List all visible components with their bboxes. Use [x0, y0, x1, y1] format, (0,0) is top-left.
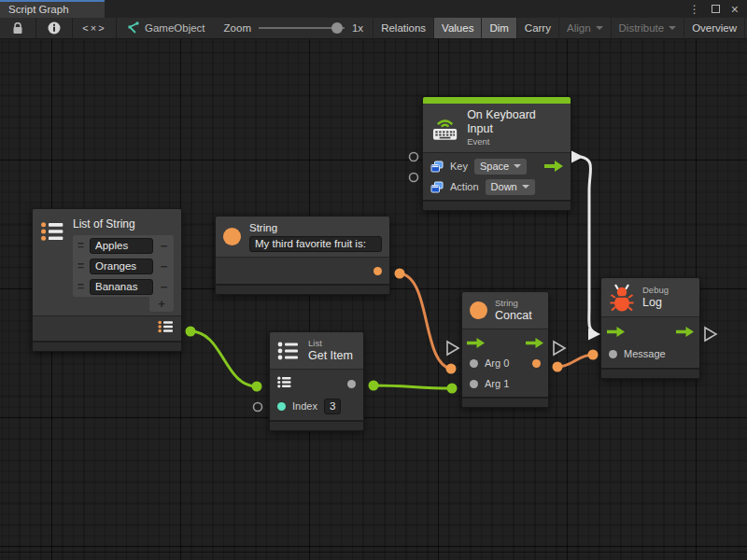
script-graph-icon: [126, 21, 139, 35]
string-value-field[interactable]: My third favorite fruit is:: [249, 236, 382, 252]
result-output-port[interactable]: [532, 359, 541, 368]
node-title: List of String: [73, 217, 174, 231]
info-icon: [48, 21, 61, 35]
window-menu-icon[interactable]: ⋮: [689, 4, 700, 15]
port-label-arg1: Arg 1: [485, 378, 509, 389]
unconnected-value-port-icon[interactable]: [410, 174, 418, 182]
node-footer: [462, 397, 548, 407]
node-footer: [270, 420, 363, 430]
list-item-row: = Bananas −: [73, 276, 174, 297]
unconnected-value-port-icon[interactable]: [254, 403, 262, 412]
wire-string-to-concat[interactable]: [395, 269, 457, 374]
drag-handle-icon[interactable]: =: [75, 239, 87, 252]
list-item-row: = Apples −: [73, 235, 174, 256]
add-item-button[interactable]: +: [149, 297, 174, 312]
node-list-of-string[interactable]: List of String = Apples − = Oranges −: [32, 208, 182, 352]
align-dropdown[interactable]: Align: [558, 18, 611, 38]
remove-item-button[interactable]: −: [156, 280, 172, 294]
node-title: Get Item: [308, 349, 353, 363]
node-category: List: [308, 338, 353, 349]
message-input-port[interactable]: [609, 350, 617, 358]
overview-button[interactable]: Overview: [684, 18, 744, 38]
node-title: On Keyboard Input: [467, 108, 562, 136]
list-item-field[interactable]: Apples: [90, 238, 153, 254]
graph-target[interactable]: GameObject: [117, 18, 215, 38]
arg1-input-port[interactable]: [470, 380, 478, 388]
distribute-dropdown[interactable]: Distribute: [611, 18, 684, 38]
info-button[interactable]: [36, 18, 72, 38]
list-item-field[interactable]: Oranges: [90, 259, 153, 274]
list-item-field[interactable]: Bananas: [90, 279, 153, 295]
drag-handle-icon[interactable]: =: [75, 280, 87, 293]
titlebar: Script Graph ⋮ ×: [0, 0, 747, 18]
item-output-port[interactable]: [347, 380, 356, 388]
arg0-input-port[interactable]: [470, 359, 478, 368]
index-value-field[interactable]: 3: [324, 399, 341, 414]
event-accent-bar: [423, 97, 571, 104]
flow-output-port[interactable]: [676, 327, 694, 337]
lock-icon: [12, 22, 23, 35]
wire-list-to-getitem[interactable]: [186, 327, 262, 392]
index-input-port[interactable]: [277, 402, 286, 411]
zoom-value: 1x: [352, 22, 363, 34]
lock-button[interactable]: [0, 18, 35, 38]
port-label-index: Index: [292, 400, 317, 412]
wire-concat-to-log[interactable]: [553, 350, 599, 372]
code-view-button[interactable]: <×>: [73, 18, 116, 38]
unity-visual-scripting-window: Script Graph ⋮ ×: [0, 0, 747, 560]
code-icon: <×>: [82, 22, 106, 34]
node-footer: [216, 284, 389, 294]
node-on-keyboard-input[interactable]: On Keyboard Input Event Key Space: [422, 96, 571, 211]
node-debug-log[interactable]: Debug Log Message: [600, 277, 700, 379]
node-string-literal[interactable]: String My third favorite fruit is:: [215, 216, 390, 295]
maximize-icon[interactable]: [712, 5, 720, 13]
relations-toggle[interactable]: Relations: [373, 18, 433, 38]
unconnected-value-port-icon[interactable]: [410, 153, 418, 161]
node-category: String: [495, 298, 532, 309]
node-footer: [601, 368, 699, 378]
string-type-icon: [470, 301, 487, 319]
wire-control-keyboard-to-log[interactable]: [571, 151, 600, 341]
tab-script-graph[interactable]: Script Graph: [0, 0, 105, 18]
graph-canvas[interactable]: On Keyboard Input Event Key Space: [0, 39, 747, 560]
zoom-slider[interactable]: [259, 22, 345, 34]
node-concat[interactable]: String Concat Arg 0: [461, 291, 549, 408]
wire-getitem-to-concat[interactable]: [369, 381, 458, 394]
list-icon: [40, 219, 65, 245]
node-footer: [33, 341, 181, 351]
bug-icon: [610, 283, 634, 312]
string-output-port[interactable]: [374, 267, 382, 275]
list-item-row: = Oranges −: [73, 256, 174, 276]
node-category: Debug: [642, 285, 669, 296]
drag-handle-icon[interactable]: =: [75, 259, 87, 273]
keyboard-icon: [431, 116, 458, 141]
zoom-slider-handle[interactable]: [331, 22, 343, 34]
unconnected-flow-port-icon[interactable]: [705, 328, 716, 341]
values-toggle[interactable]: Values: [433, 18, 481, 38]
port-label-action: Action: [450, 181, 479, 192]
close-icon[interactable]: ×: [731, 4, 739, 15]
chevron-down-icon: [596, 26, 603, 34]
chevron-down-icon: [669, 26, 676, 34]
list-input-port[interactable]: [277, 375, 292, 392]
key-dropdown[interactable]: Space: [474, 159, 527, 175]
zoom-label: Zoom: [224, 22, 251, 34]
flow-output-port[interactable]: [526, 338, 543, 348]
graph-toolbar: <×> GameObject Zoom 1x Rela: [0, 18, 747, 39]
remove-item-button[interactable]: −: [156, 259, 172, 273]
node-get-item[interactable]: List Get Item I: [269, 331, 364, 431]
list-icon: [277, 341, 300, 361]
port-label-arg0: Arg 0: [485, 357, 509, 369]
action-dropdown[interactable]: Down: [486, 179, 535, 195]
dim-toggle[interactable]: Dim: [481, 18, 515, 38]
list-editor: = Apples − = Oranges − = Bananas −: [73, 235, 174, 297]
string-type-icon: [223, 228, 241, 245]
flow-input-port[interactable]: [607, 327, 625, 337]
unconnected-flow-port-icon[interactable]: [447, 342, 458, 355]
list-output-port[interactable]: [158, 320, 174, 337]
flow-input-port[interactable]: [467, 338, 485, 348]
trigger-output-port[interactable]: [544, 161, 563, 172]
remove-item-button[interactable]: −: [156, 239, 172, 253]
unconnected-flow-port-icon[interactable]: [554, 342, 565, 355]
carry-toggle[interactable]: Carry: [516, 18, 558, 38]
